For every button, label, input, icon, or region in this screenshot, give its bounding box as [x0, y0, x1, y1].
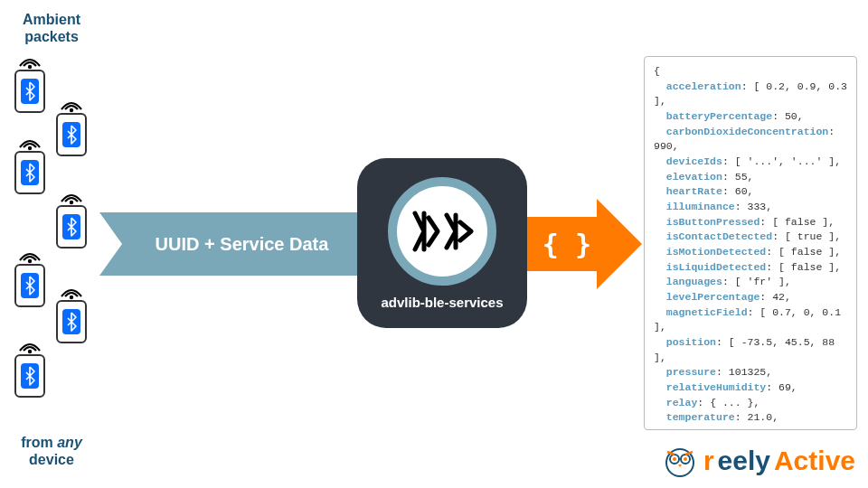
- json-row: txCount: 123456789,: [654, 426, 847, 430]
- bluetooth-device-icon: [14, 70, 45, 113]
- library-card: advlib-ble-services: [357, 158, 527, 328]
- json-row: languages: [ 'fr' ],: [654, 275, 847, 290]
- json-row: isContactDetected: [ true ],: [654, 230, 847, 245]
- bluetooth-device-icon: [14, 151, 45, 194]
- json-open-brace: {: [654, 64, 847, 80]
- wifi-icon: [16, 244, 43, 264]
- brand-active: Active: [774, 446, 855, 476]
- json-row: isButtonPressed: [ false ],: [654, 215, 847, 230]
- brand-eely: eely: [718, 446, 770, 476]
- bluetooth-device-icon: [14, 264, 45, 307]
- bluetooth-device-icon: [56, 205, 87, 249]
- svg-point-6: [684, 457, 687, 461]
- json-row: magneticField: [ 0.7, 0, 0.1 ],: [654, 305, 847, 335]
- library-name: advlib-ble-services: [381, 295, 503, 310]
- wifi-icon: [58, 93, 85, 113]
- json-row: pressure: 101325,: [654, 365, 847, 380]
- json-row: carbonDioxideConcentration: 990,: [654, 125, 847, 155]
- json-row: elevation: 55,: [654, 170, 847, 185]
- json-row: acceleration: [ 0.2, 0.9, 0.3 ],: [654, 80, 847, 109]
- wifi-icon: [16, 50, 43, 70]
- json-row: relativeHumidity: 69,: [654, 380, 847, 396]
- caption-ambient-packets: Ambientpackets: [11, 11, 92, 45]
- json-row: relay: { ... },: [654, 396, 847, 411]
- wifi-icon: [58, 185, 85, 205]
- input-arrow: UUID + Service Data: [99, 212, 362, 276]
- bluetooth-device-icon: [56, 300, 87, 343]
- json-output: { acceleration: [ 0.2, 0.9, 0.3 ], batte…: [644, 56, 857, 430]
- json-row: batteryPercentage: 50,: [654, 109, 847, 125]
- svg-point-5: [673, 457, 676, 461]
- wifi-icon: [16, 334, 43, 354]
- advlib-logo-icon: [388, 177, 496, 286]
- json-row: isMotionDetected: [ false ],: [654, 245, 847, 260]
- bluetooth-device-icon: [56, 113, 87, 156]
- json-row: temperature: 21.0,: [654, 410, 847, 426]
- json-row: levelPercentage: 42,: [654, 290, 847, 305]
- json-row: illuminance: 333,: [654, 200, 847, 215]
- json-row: deviceIds: [ '...', '...' ],: [654, 155, 847, 170]
- reelyactive-brand: reelyActive: [662, 443, 855, 479]
- json-row: heartRate: 60,: [654, 184, 847, 200]
- json-row: isLiquidDetected: [ false ],: [654, 260, 847, 276]
- bluetooth-device-icon: [14, 354, 45, 398]
- brand-r: r: [703, 446, 714, 476]
- output-arrow-brace: { }: [542, 229, 591, 260]
- input-arrow-label: UUID + Service Data: [156, 234, 329, 255]
- device-column: [11, 50, 101, 429]
- caption-from-any-device: from anydevice: [11, 434, 92, 468]
- owl-icon: [662, 443, 698, 479]
- wifi-icon: [58, 280, 85, 300]
- wifi-icon: [16, 131, 43, 151]
- json-row: position: [ -73.5, 45.5, 88 ],: [654, 335, 847, 365]
